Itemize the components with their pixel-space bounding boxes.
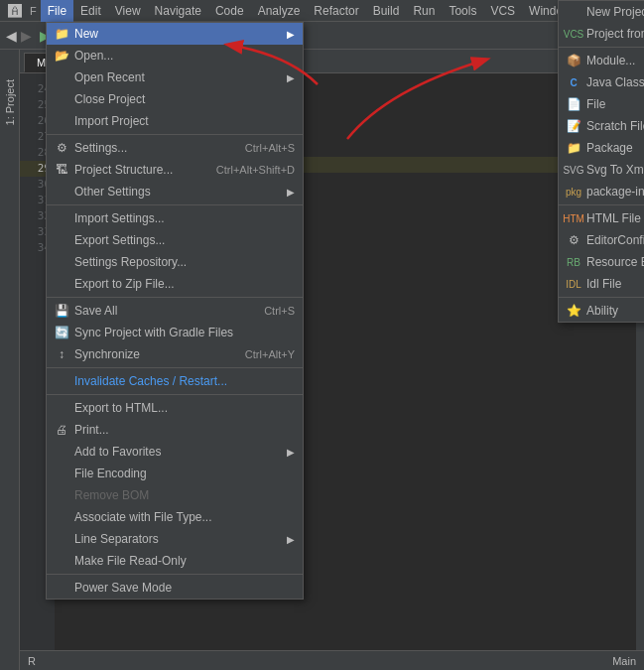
- submenu-scratch-file[interactable]: 📝 Scratch File Ctrl+Alt+Shift+Insert: [559, 115, 644, 137]
- menu-item-build[interactable]: Build: [366, 0, 407, 22]
- menu-item-project-structure[interactable]: 🏗 Project Structure... Ctrl+Alt+Shift+D: [47, 159, 303, 181]
- menu-item-analyze[interactable]: Analyze: [251, 0, 308, 22]
- submenu-sep-3: [559, 297, 644, 298]
- gradle-icon: 🔄: [53, 324, 70, 341]
- submenu-project-from-vcs[interactable]: VCS Project from Version Control... ▶: [559, 23, 644, 45]
- html-icon: HTM: [565, 209, 582, 227]
- menu-item-make-read-only[interactable]: Make File Read-Only: [47, 550, 303, 572]
- new-folder-icon: 📁: [53, 25, 70, 43]
- menu-item-sync-gradle[interactable]: 🔄 Sync Project with Gradle Files: [47, 322, 303, 343]
- scratch-icon: 📝: [565, 117, 582, 135]
- menu-item-save-all[interactable]: 💾 Save All Ctrl+S: [47, 300, 303, 322]
- menu-bar: 🅰 F File Edit View Navigate Code Analyze…: [0, 0, 644, 22]
- menu-item-new[interactable]: 📁 New ▶: [47, 23, 303, 45]
- submenu-sep-1: [559, 47, 644, 48]
- status-bar: R Main: [20, 650, 644, 670]
- menu-item-close-project[interactable]: Close Project: [47, 88, 303, 110]
- submenu-file[interactable]: 📄 File: [559, 93, 644, 115]
- submenu-ability[interactable]: ⭐ Ability ▶: [559, 300, 644, 322]
- menu-item-remove-bom[interactable]: Remove BOM: [47, 484, 303, 506]
- menu-item-export-settings[interactable]: Export Settings...: [47, 229, 303, 251]
- submenu-html-file[interactable]: HTM HTML File: [559, 207, 644, 229]
- editorconfig-icon: ⚙: [565, 231, 582, 249]
- separator-6: [47, 574, 303, 575]
- menu-item-navigate[interactable]: Navigate: [148, 0, 208, 22]
- recent-icon: [53, 68, 70, 86]
- menu-item-associate-file-type[interactable]: Associate with File Type...: [47, 506, 303, 528]
- new-submenu: New Project... VCS Project from Version …: [558, 0, 644, 323]
- menu-item-open[interactable]: 📂 Open...: [47, 45, 303, 67]
- menu-item-power-save[interactable]: Power Save Mode: [47, 577, 303, 599]
- menu-item-print[interactable]: 🖨 Print...: [47, 419, 303, 441]
- submenu-package-info[interactable]: pkg package-info.java: [559, 181, 644, 202]
- submenu-svg-to-xml[interactable]: SVG Svg To Xml: [559, 159, 644, 181]
- project-panel-label[interactable]: 1: Project: [4, 79, 16, 125]
- separator-3: [47, 297, 303, 298]
- menu-item-tools[interactable]: Tools: [442, 0, 483, 22]
- toolbar-icon-back[interactable]: ◀: [6, 28, 17, 44]
- vcs-icon: VCS: [565, 25, 582, 43]
- menu-item-file[interactable]: File: [41, 0, 73, 22]
- menu-item-open-recent[interactable]: Open Recent ▶: [47, 67, 303, 88]
- structure-icon: 🏗: [53, 161, 70, 179]
- package-info-icon: pkg: [565, 183, 582, 201]
- separator-5: [47, 394, 303, 395]
- favorites-arrow: ▶: [287, 447, 295, 458]
- menu-item-settings-repo[interactable]: Settings Repository...: [47, 251, 303, 273]
- menu-item-add-to-favorites[interactable]: Add to Favorites ▶: [47, 441, 303, 463]
- menu-item-invalidate-caches[interactable]: Invalidate Caches / Restart...: [47, 370, 303, 392]
- menu-item-file-encoding[interactable]: File Encoding: [47, 463, 303, 484]
- toolbar-icon-forward[interactable]: ▶: [21, 28, 32, 44]
- submenu-resource-bundle[interactable]: RB Resource Bundle: [559, 251, 644, 273]
- module-icon: 📦: [565, 52, 582, 69]
- file-icon: 📄: [565, 95, 582, 113]
- submenu-sep-2: [559, 204, 644, 205]
- menu-item-export-html[interactable]: Export to HTML...: [47, 397, 303, 419]
- package-icon: 📁: [565, 139, 582, 157]
- save-icon: 💾: [53, 302, 70, 320]
- separator-4: [47, 367, 303, 368]
- open-icon: 📂: [53, 47, 70, 65]
- menu-item-view[interactable]: View: [108, 0, 148, 22]
- menu-item-line-separators[interactable]: Line Separators ▶: [47, 528, 303, 550]
- idl-icon: IDL: [565, 275, 582, 293]
- other-settings-arrow: ▶: [287, 187, 295, 198]
- new-arrow-icon: ▶: [287, 29, 295, 40]
- menu-item-code[interactable]: Code: [208, 0, 251, 22]
- menu-item-export-zip[interactable]: Export to Zip File...: [47, 273, 303, 295]
- open-recent-arrow: ▶: [287, 72, 295, 83]
- sync-icon: ↕: [53, 345, 70, 363]
- submenu-module[interactable]: 📦 Module...: [559, 50, 644, 71]
- menu-item-refactor[interactable]: Refactor: [307, 0, 365, 22]
- status-left: R: [28, 655, 36, 667]
- menu-item-import-project[interactable]: Import Project: [47, 110, 303, 132]
- ability-icon: ⭐: [565, 302, 582, 320]
- settings-icon: ⚙: [53, 139, 70, 157]
- java-icon: C: [565, 73, 582, 91]
- submenu-package[interactable]: 📁 Package: [559, 137, 644, 159]
- menu-item-run[interactable]: Run: [406, 0, 442, 22]
- print-icon: 🖨: [53, 421, 70, 439]
- resource-icon: RB: [565, 253, 582, 271]
- menu-item-import-settings[interactable]: Import Settings...: [47, 207, 303, 229]
- menu-item-synchronize[interactable]: ↕ Synchronize Ctrl+Alt+Y: [47, 343, 303, 365]
- menu-item-vcs[interactable]: VCS: [483, 0, 522, 22]
- line-sep-arrow: ▶: [287, 534, 295, 545]
- separator-1: [47, 134, 303, 135]
- menu-item-f[interactable]: F: [26, 0, 41, 22]
- submenu-editorconfig[interactable]: ⚙ EditorConfig File: [559, 229, 644, 251]
- submenu-new-project[interactable]: New Project...: [559, 1, 644, 23]
- separator-2: [47, 204, 303, 205]
- file-menu: 📁 New ▶ 📂 Open... Open Recent ▶ Close Pr…: [46, 22, 304, 600]
- menu-item-settings[interactable]: ⚙ Settings... Ctrl+Alt+S: [47, 137, 303, 159]
- status-right: Main: [612, 655, 636, 667]
- project-panel[interactable]: 1: Project: [0, 50, 20, 670]
- submenu-java-class[interactable]: C Java Class: [559, 71, 644, 93]
- submenu-idl-file[interactable]: IDL Idl File: [559, 273, 644, 295]
- app-icon: 🅰: [4, 0, 26, 22]
- menu-item-other-settings[interactable]: Other Settings ▶: [47, 181, 303, 202]
- menu-item-edit[interactable]: Edit: [73, 0, 108, 22]
- svg-icon: SVG: [565, 161, 582, 179]
